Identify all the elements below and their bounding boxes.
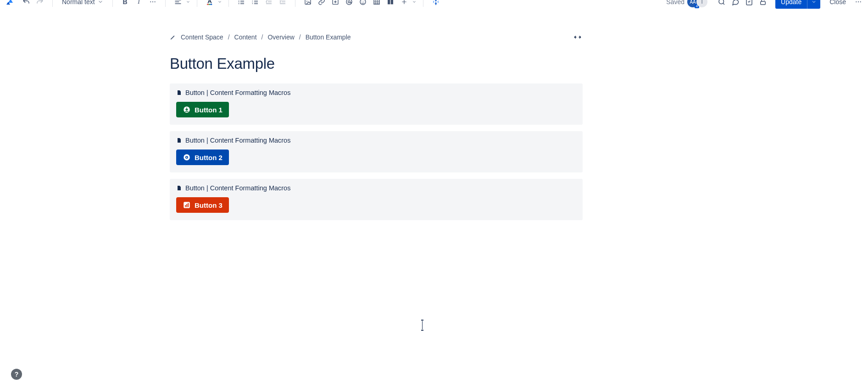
comments-button[interactable] (729, 0, 741, 8)
svg-point-7 (238, 1, 239, 2)
breadcrumb-item[interactable]: Content (234, 33, 257, 41)
image-button[interactable] (302, 0, 314, 8)
macro-button-3[interactable]: Button 3 (176, 197, 229, 213)
more-formatting-button[interactable] (147, 0, 159, 8)
svg-point-28 (860, 1, 861, 2)
undo-button[interactable] (20, 0, 32, 8)
indent-button[interactable] (277, 0, 289, 8)
breadcrumb-separator: / (299, 33, 301, 41)
italic-button[interactable]: I (133, 0, 145, 8)
tasks-button[interactable] (743, 0, 755, 8)
svg-rect-21 (388, 0, 390, 4)
layouts-button[interactable] (384, 0, 396, 8)
collaborate-button[interactable] (430, 0, 442, 8)
toolbar-divider (295, 0, 295, 7)
macro-button-label: Button 3 (195, 201, 223, 209)
macro-button-label: Button 1 (195, 106, 223, 114)
toolbar-divider (112, 0, 113, 7)
svg-point-18 (362, 1, 362, 1)
page: Content Space / Content / Overview / But… (170, 33, 583, 220)
document-icon (176, 185, 182, 191)
toolbar-divider (423, 0, 423, 7)
attachment-button[interactable] (329, 0, 341, 8)
restrictions-button[interactable] (757, 0, 769, 8)
update-button-group: Update (775, 0, 820, 9)
breadcrumb-item[interactable]: Content Space (181, 33, 223, 41)
download-circle-icon (183, 105, 191, 114)
text-color-button[interactable] (204, 0, 216, 8)
bold-button[interactable]: B (119, 0, 131, 8)
link-button[interactable] (316, 0, 328, 8)
svg-point-0 (150, 1, 151, 2)
macro-button-1[interactable]: Button 1 (176, 102, 229, 117)
breadcrumb: Content Space / Content / Overview / But… (170, 33, 351, 41)
macro-block[interactable]: Button | Content Formatting Macros Butto… (170, 179, 583, 220)
table-button[interactable] (371, 0, 383, 8)
macro-label-row: Button | Content Formatting Macros (176, 184, 576, 192)
breadcrumb-item[interactable]: Button Example (306, 33, 351, 41)
macro-label-text: Button | Content Formatting Macros (185, 184, 290, 192)
chevron-down-icon (186, 0, 190, 4)
unlock-icon (759, 0, 767, 6)
chevron-down-icon (217, 0, 222, 4)
search-icon (718, 0, 726, 6)
update-button[interactable]: Update (775, 0, 807, 9)
bullet-list-button[interactable] (235, 0, 247, 8)
toolbar-divider (52, 0, 53, 7)
chart-square-icon (183, 201, 191, 209)
svg-point-2 (154, 1, 155, 2)
svg-point-8 (238, 3, 239, 4)
svg-point-6 (238, 0, 239, 0)
more-actions-button[interactable] (852, 0, 864, 8)
svg-rect-22 (390, 0, 393, 4)
document-icon (176, 89, 182, 96)
svg-rect-5 (210, 4, 212, 5)
mention-button[interactable] (343, 0, 355, 8)
toolbar-divider (165, 0, 166, 7)
page-header-row: Content Space / Content / Overview / But… (170, 33, 583, 41)
svg-point-1 (152, 1, 153, 2)
help-button[interactable]: ? (11, 369, 22, 380)
svg-point-32 (186, 157, 187, 158)
breadcrumb-separator: / (262, 33, 263, 41)
toolbar-divider (228, 0, 229, 7)
page-title[interactable]: Button Example (170, 55, 583, 72)
redo-button[interactable] (34, 0, 46, 8)
macro-label-text: Button | Content Formatting Macros (185, 89, 290, 96)
close-button[interactable]: Close (825, 0, 851, 6)
update-dropdown-button[interactable] (807, 0, 820, 9)
macro-label-row: Button | Content Formatting Macros (176, 89, 576, 96)
macro-button-2[interactable]: Button 2 (176, 150, 229, 165)
align-dropdown[interactable] (172, 0, 184, 8)
editor-toolbar: Normal text B I 123 (0, 0, 868, 6)
numbered-list-button[interactable]: 123 (249, 0, 261, 8)
content-width-toggle[interactable] (573, 33, 583, 41)
svg-point-27 (858, 1, 859, 2)
breadcrumb-separator: / (228, 33, 230, 41)
svg-point-26 (856, 1, 857, 2)
chevron-down-icon (412, 0, 417, 4)
avatar-stack[interactable]: AA A I (689, 0, 707, 7)
svg-rect-36 (188, 203, 189, 207)
chevron-down-icon (811, 0, 817, 5)
arrows-horizontal-icon (573, 33, 583, 41)
app-logo[interactable] (4, 0, 18, 9)
svg-rect-34 (185, 205, 186, 207)
insert-dropdown[interactable] (398, 0, 410, 8)
macro-block[interactable]: Button | Content Formatting Macros Butto… (170, 83, 583, 125)
editor-text-cursor (422, 321, 423, 329)
breadcrumb-item[interactable]: Overview (267, 33, 294, 41)
macro-button-label: Button 2 (195, 154, 223, 161)
svg-rect-3 (207, 4, 209, 5)
text-style-dropdown[interactable]: Normal text (59, 0, 106, 6)
outdent-button[interactable] (263, 0, 275, 8)
eye-circle-icon (183, 153, 191, 161)
search-button[interactable] (716, 0, 728, 8)
document-icon (176, 137, 182, 144)
svg-rect-35 (186, 204, 187, 207)
emoji-button[interactable] (357, 0, 369, 8)
kebab-icon (855, 0, 862, 6)
macro-block[interactable]: Button | Content Formatting Macros Butto… (170, 131, 583, 172)
svg-rect-24 (746, 0, 752, 5)
svg-rect-25 (761, 1, 766, 5)
